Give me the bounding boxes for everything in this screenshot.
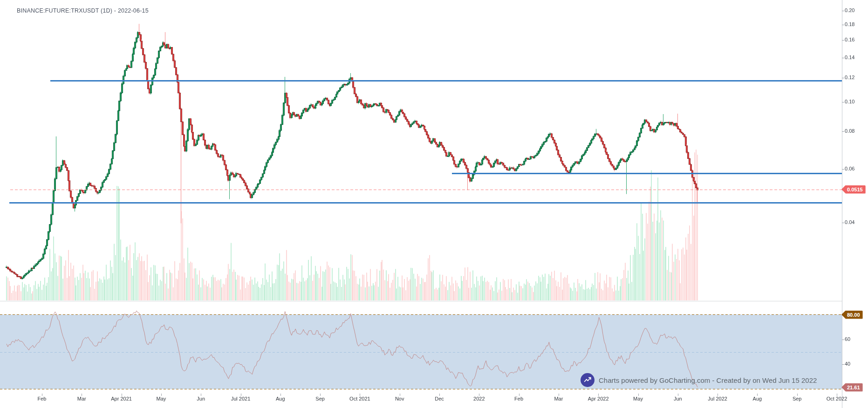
time-axis-label: Aug [753, 396, 762, 401]
time-axis-label: Mar [554, 396, 563, 401]
time-axis-label: May [157, 396, 166, 401]
time-axis-label: Oct 2022 [827, 396, 847, 401]
watermark-text: Charts powered by GoCharting.com - Creat… [599, 376, 817, 384]
price-tick-label: 0.06 [845, 166, 854, 171]
rsi-tick-label: 40 [845, 361, 850, 367]
price-tick-label: 0.20 [845, 7, 854, 13]
price-tick-label: 0.12 [845, 75, 854, 80]
price-tick-label: 0.16 [845, 37, 854, 42]
time-axis-label: Aug [276, 396, 285, 401]
gocharting-watermark: Charts powered by GoCharting.com - Creat… [581, 373, 817, 387]
time-axis-label: Jun [197, 396, 205, 401]
last-price-label: 0.0515 [841, 185, 866, 194]
time-axis-label: Sep [315, 396, 325, 401]
time-axis-label: Apr 2022 [588, 396, 609, 401]
time-axis-label: Sep [793, 396, 802, 401]
time-axis-label: Feb [514, 396, 523, 401]
price-tick-label: 0.10 [845, 99, 854, 104]
time-axis-label: Feb [38, 396, 47, 401]
time-axis-label: Dec [435, 396, 444, 401]
time-axis-label: Jun [674, 396, 682, 401]
trending-up-icon [581, 373, 595, 387]
price-tick-label: 0.04 [845, 219, 854, 225]
price-tick-label: 0.14 [845, 54, 854, 60]
price-tick-label: 0.18 [845, 21, 854, 27]
chart-title: BINANCE:FUTURE:TRXUSDT (1D) - 2022-06-15 [17, 7, 149, 14]
time-axis-label: 2022 [473, 396, 485, 401]
rsi-overbought-label: 80.00 [841, 311, 863, 319]
time-axis-label: Oct 2021 [349, 396, 370, 401]
time-axis-label: Nov [395, 396, 404, 401]
price-tick-label: 0.08 [845, 128, 854, 134]
time-axis-label: Apr 2021 [111, 396, 132, 401]
candlestick-chart-canvas[interactable] [0, 0, 868, 408]
rsi-tick-label: 60 [845, 336, 850, 342]
time-axis-label: Jul 2021 [231, 396, 251, 401]
chart-root: BINANCE:FUTURE:TRXUSDT (1D) - 2022-06-15… [0, 0, 868, 408]
time-axis-label: Mar [77, 396, 86, 401]
time-axis-label: Jul 2022 [708, 396, 727, 401]
rsi-current-value-label: 21.61 [841, 383, 863, 392]
time-axis-label: May [633, 396, 643, 401]
